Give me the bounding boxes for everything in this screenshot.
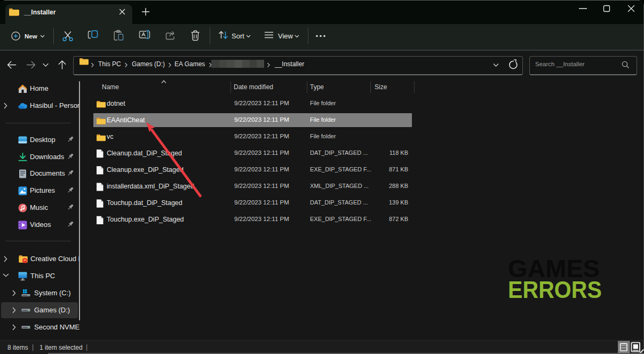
svg-text:ERRORS: ERRORS [508,277,602,303]
